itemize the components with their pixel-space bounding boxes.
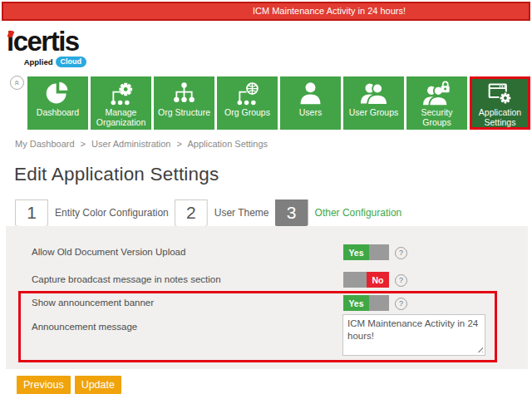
update-button[interactable]: Update [75,376,121,394]
toggle-show-announcement-banner[interactable]: Yes [343,295,389,311]
nav-tile-org-groups[interactable]: Org Groups [217,76,278,130]
breadcrumb-item-my-dashboard[interactable]: My Dashboard [15,139,75,149]
help-icon[interactable]: ? [395,298,407,310]
setting-label-capture-broadcast-message: Capture broadcast message in notes secti… [32,274,221,284]
help-icon[interactable]: ? [395,247,407,259]
nav-tile-bar: Dashboard Manage Organization Org Str [27,76,530,130]
page-title: Edit Application Settings [14,164,219,185]
tab-label: Entity Color Configuration [55,207,169,219]
setting-label-announcement-message: Announcement message [32,322,137,332]
cloud-badge: Cloud [56,57,87,67]
maintenance-banner-text: ICM Maintenance Activity in 24 hours! [253,6,406,16]
nav-tile-org-structure[interactable]: Org Structure [154,76,214,130]
org-tree-icon [170,80,198,107]
breadcrumb-item-application-settings: Application Settings [187,139,268,149]
brand-tagline: Applied Cloud [7,57,86,67]
toggle-off-segment: No [367,272,389,288]
users-lock-icon [423,80,451,107]
tile-label: Users [299,107,322,117]
maintenance-banner: ICM Maintenance Activity in 24 hours! [2,2,530,21]
collapse-nav-button[interactable]: « [10,76,24,90]
toggle-knob [369,244,389,260]
tile-label: Manage Organization [91,107,151,128]
tagline-applied: Applied [24,57,53,66]
tile-label: Security Groups [406,107,467,128]
nav-tile-manage-organization[interactable]: Manage Organization [91,76,151,130]
setting-label-show-announcement-banner: Show announcement banner [32,298,154,308]
user-icon [297,80,324,107]
breadcrumb-item-user-administration[interactable]: User Administration [91,139,170,149]
other-configuration-panel: Allow Old Document Version Upload Yes ? … [6,226,528,369]
breadcrumb-separator: > [81,139,86,149]
tile-label: Org Structure [158,107,210,117]
announcement-message-textarea[interactable]: ICM Maintenance Activity in 24 hours! [342,314,485,356]
brand-wordmark: icertis [7,27,90,55]
toggle-allow-old-document-version-upload[interactable]: Yes [343,244,389,260]
pie-chart-icon [44,80,71,107]
org-globe-icon [234,80,261,107]
nav-tile-dashboard[interactable]: Dashboard [27,76,88,130]
nav-tile-users[interactable]: Users [280,76,341,130]
toggle-capture-broadcast-message[interactable]: No [343,272,389,288]
nav-tile-application-settings[interactable]: Application Settings [470,76,530,130]
tab-label-active: Other Configuration [315,207,402,219]
nav-tile-security-groups[interactable]: Security Groups [406,76,467,130]
toggle-knob [343,272,367,288]
window-gear-icon [486,80,514,107]
help-icon[interactable]: ? [395,274,407,287]
chevron-double-up-icon: « [12,80,22,85]
setting-label-allow-old-document-version-upload: Allow Old Document Version Upload [32,247,185,257]
previous-button[interactable]: Previous [17,376,71,394]
tile-label: Application Settings [472,107,528,128]
tile-label: Org Groups [224,107,270,117]
user-group-icon [360,80,387,107]
form-actions: Previous Update [17,376,121,394]
breadcrumb-separator: > [177,139,182,149]
toggle-on-segment: Yes [343,244,369,260]
toggle-on-segment: Yes [343,295,369,311]
nav-tile-user-groups[interactable]: User Groups [343,76,404,130]
tile-label: Dashboard [37,107,79,117]
icertis-logo[interactable]: icertis Applied Cloud [7,27,90,67]
breadcrumb: My Dashboard > User Administration > App… [15,139,268,149]
toggle-knob [369,295,389,311]
org-gear-icon [107,80,135,107]
tile-label: User Groups [349,107,399,117]
tab-label: User Theme [214,207,269,219]
